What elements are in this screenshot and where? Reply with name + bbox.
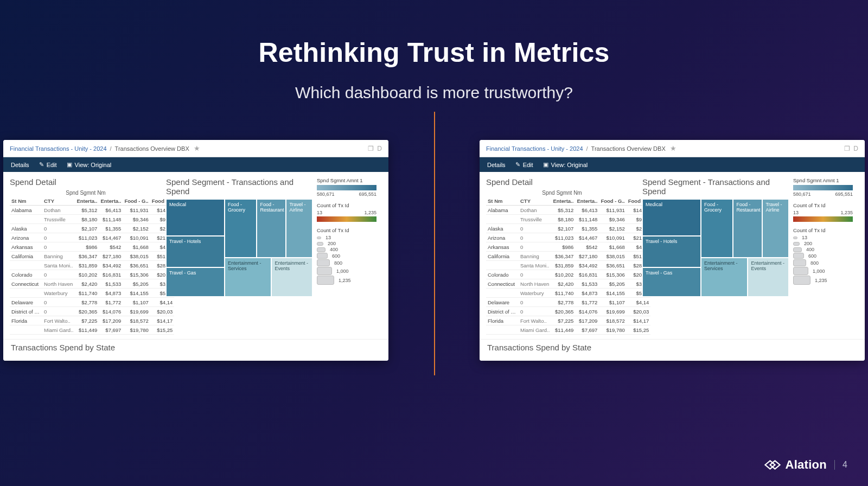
table-row[interactable]: Miami Gard..$11,449$7,697$19,780$15,25 <box>486 325 650 335</box>
table-row[interactable]: AlabamaDothan$5,312$6,413$11,931$14,81 <box>10 206 174 215</box>
table-row[interactable]: Alaska0$2,107$1,355$2,152$2,71 <box>486 224 650 233</box>
cell-city: 0 <box>42 307 75 316</box>
view-button[interactable]: ▣View: Original <box>67 161 112 168</box>
favorite-star-icon[interactable]: ★ <box>194 144 200 152</box>
details-tab[interactable]: Details <box>11 162 29 168</box>
treemap-tile-airline[interactable]: Travel - Airline <box>286 199 312 258</box>
more-icon[interactable]: D <box>377 145 382 152</box>
table-row[interactable]: AlabamaDothan$5,312$6,413$11,931$14,81 <box>486 206 650 215</box>
tab-icon[interactable]: ❐ <box>844 145 850 152</box>
cell-value: $6,413 <box>575 206 599 215</box>
table-row[interactable]: Waterbury$11,740$4,873$14,155$5,59 <box>10 289 174 298</box>
treemap-tile-hotels[interactable]: Travel - Hotels <box>166 236 225 267</box>
cell-value: $36,651 <box>599 261 626 270</box>
table-row[interactable]: ConnecticutNorth Haven$2,420$1,533$5,205… <box>10 279 174 289</box>
treemap-tile-medical[interactable]: Medical <box>166 199 225 236</box>
table-row[interactable]: Arizona0$11,023$14,467$10,091$21,12 <box>486 233 650 242</box>
legend-size-row: 800 <box>793 259 858 266</box>
table-row[interactable]: ConnecticutNorth Haven$2,420$1,533$5,205… <box>486 279 650 289</box>
table-row[interactable]: CaliforniaBanning$36,347$27,180$38,015$5… <box>486 252 650 261</box>
table-row[interactable]: Delaware0$2,778$1,772$1,107$4,14 <box>10 298 174 307</box>
more-icon[interactable]: D <box>853 145 858 152</box>
spend-detail-table: St NmCTYEnterta..Enterta..Food - G..Food… <box>10 197 174 335</box>
treemap-tile-restaurant[interactable]: Food - Restaurant <box>257 199 286 258</box>
table-row[interactable]: FloridaFort Walto..$7,225$17,209$18,572$… <box>486 316 650 325</box>
treemap-tile-restaurant[interactable]: Food - Restaurant <box>733 199 762 258</box>
dashboard-panel-left: Financial Transactions - Unity - 2024 / … <box>3 140 388 361</box>
cell-value: $11,148 <box>99 215 123 224</box>
favorite-star-icon[interactable]: ★ <box>670 144 676 152</box>
table-row[interactable]: Waterbury$11,740$4,873$14,155$5,59 <box>486 289 650 298</box>
cell-state: Connecticut <box>10 279 42 289</box>
table-col-header: Enterta.. <box>551 197 575 206</box>
treemap-tile-grocery[interactable]: Food - Grocery <box>225 199 257 258</box>
cell-city: 0 <box>42 298 75 307</box>
cell-state <box>10 289 42 298</box>
cell-value: $19,699 <box>123 307 150 316</box>
table-row[interactable]: FloridaFort Walto..$7,225$17,209$18,572$… <box>10 316 174 325</box>
treemap-tile-hotels[interactable]: Travel - Hotels <box>642 236 701 267</box>
cell-value: $11,023 <box>551 233 575 242</box>
treemap-tile-gas[interactable]: Travel - Gas <box>166 267 225 297</box>
treemap-tile-ent-events[interactable]: Entertainment - Events <box>748 258 789 297</box>
cell-value: $11,023 <box>75 233 99 242</box>
details-tab[interactable]: Details <box>487 162 506 168</box>
table-row[interactable]: Santa Moni..$31,859$34,492$36,651$28,18 <box>10 261 174 270</box>
cell-state: Florida <box>486 316 519 325</box>
treemap-tile-medical[interactable]: Medical <box>642 199 701 236</box>
table-row[interactable]: CaliforniaBanning$36,347$27,180$38,015$5… <box>10 252 174 261</box>
cell-value: $14,467 <box>575 233 599 242</box>
cell-value: $2,152 <box>599 224 626 233</box>
table-row[interactable]: District of C..0$20,365$14,076$19,699$20… <box>486 307 650 316</box>
breadcrumb-root[interactable]: Financial Transactions - Unity - 2024 <box>486 145 583 152</box>
table-row[interactable]: Trussville$8,180$11,148$9,346$9,53 <box>10 215 174 224</box>
legend-size-row: 1,235 <box>793 276 858 285</box>
table-row[interactable]: Delaware0$2,778$1,772$1,107$4,14 <box>486 298 650 307</box>
table-row[interactable]: District of C..0$20,365$14,076$19,699$20… <box>10 307 174 316</box>
cell-city: Trussville <box>519 215 551 224</box>
cell-city: 0 <box>42 242 75 252</box>
cell-value: $7,697 <box>99 325 123 335</box>
table-row[interactable]: Arkansas0$986$542$1,668$4,08 <box>10 242 174 252</box>
table-row[interactable]: Arizona0$11,023$14,467$10,091$21,12 <box>10 233 174 242</box>
cell-state <box>10 215 42 224</box>
view-button[interactable]: ▣View: Original <box>543 161 588 168</box>
cell-value: $11,449 <box>551 325 575 335</box>
treemap-tile-ent-services[interactable]: Entertainment - Services <box>701 258 748 297</box>
legend-size-swatch <box>793 247 802 252</box>
treemap-tile-gas[interactable]: Travel - Gas <box>642 267 701 297</box>
treemap-tile-airline[interactable]: Travel - Airline <box>762 199 789 258</box>
cell-value: $2,107 <box>75 224 99 233</box>
cell-value: $34,492 <box>575 261 599 270</box>
legend-count-min: 13 <box>317 210 322 215</box>
treemap-tile-ent-events[interactable]: Entertainment - Events <box>271 258 312 297</box>
cell-value: $14,155 <box>123 289 150 298</box>
legend-size-swatch <box>317 242 323 246</box>
cell-value: $2,778 <box>75 298 99 307</box>
brand-logo: Alation <box>764 458 827 472</box>
table-row[interactable]: Colorado0$10,202$16,831$15,306$20,96 <box>486 270 650 279</box>
table-row[interactable]: Alaska0$2,107$1,355$2,152$2,71 <box>10 224 174 233</box>
table-row[interactable]: Colorado0$10,202$16,831$15,306$20,96 <box>10 270 174 279</box>
treemap-tile-grocery[interactable]: Food - Grocery <box>701 199 733 258</box>
table-row[interactable]: Miami Gard..$11,449$7,697$19,780$15,25 <box>10 325 174 335</box>
cell-city: Santa Moni.. <box>42 261 75 270</box>
spend-detail-title: Spend Detail <box>486 177 638 187</box>
legend-size-swatch <box>793 242 800 246</box>
cell-value: $5,205 <box>123 279 150 289</box>
tab-icon[interactable]: ❐ <box>368 145 374 152</box>
edit-button[interactable]: ✎Edit <box>39 161 57 168</box>
breadcrumb-root[interactable]: Financial Transactions - Unity - 2024 <box>10 145 107 152</box>
dashboard-toolbar: Details ✎Edit ▣View: Original <box>3 157 388 172</box>
table-row[interactable]: Trussville$8,180$11,148$9,346$9,53 <box>486 215 650 224</box>
treemap-tile-ent-services[interactable]: Entertainment - Services <box>225 258 271 297</box>
treemap-chart: Medical Travel - Hotels Travel - Gas Foo… <box>166 199 312 297</box>
cell-value: $986 <box>551 242 575 252</box>
edit-button[interactable]: ✎Edit <box>515 161 533 168</box>
bottom-section-title: Transactions Spend by State <box>487 343 857 352</box>
cell-value: $31,859 <box>551 261 575 270</box>
table-row[interactable]: Santa Moni..$31,859$34,492$36,651$28,18 <box>486 261 650 270</box>
table-row[interactable]: Arkansas0$986$542$1,668$4,08 <box>486 242 650 252</box>
cell-state: Arkansas <box>486 242 519 252</box>
legend-size-row: 600 <box>793 253 858 259</box>
